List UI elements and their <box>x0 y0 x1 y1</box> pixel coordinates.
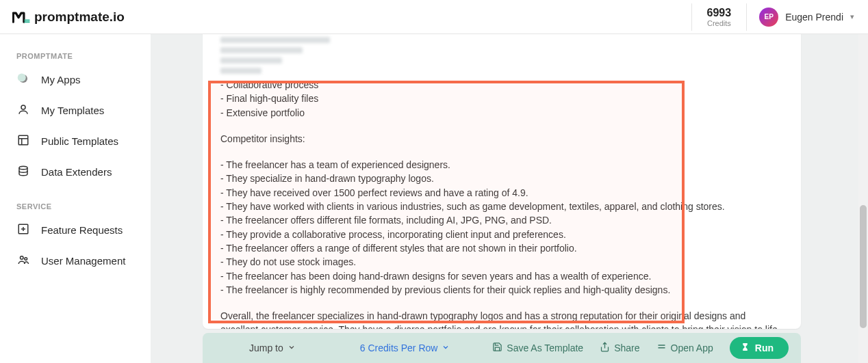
save-icon <box>492 342 502 354</box>
sidebar-item-my-templates[interactable]: My Templates <box>0 95 151 126</box>
credits-per-row-label: 6 Credits Per Row <box>360 342 438 353</box>
open-app-icon <box>656 342 667 354</box>
credits-value: 6993 <box>707 7 732 19</box>
users-icon <box>16 254 30 268</box>
share-label: Share <box>614 342 639 353</box>
sidebar-item-my-apps[interactable]: My Apps <box>0 64 151 95</box>
chevron-down-icon: ▾ <box>850 12 854 21</box>
person-icon <box>16 103 30 118</box>
text-line: - Final high-quality files <box>220 92 783 105</box>
insight-line: - The freelancer is highly recommended b… <box>220 283 783 297</box>
logo-mark-icon <box>12 10 30 24</box>
text-line: - Extensive portfolio <box>220 106 783 120</box>
svg-point-4 <box>19 166 27 170</box>
insight-line: - They have worked with clients in vario… <box>220 200 783 213</box>
insight-line: - They do not use stock images. <box>220 255 783 269</box>
save-as-template-button[interactable]: Save As Template <box>492 342 583 354</box>
database-icon <box>16 165 30 179</box>
run-label: Run <box>755 342 774 353</box>
bottom-action-bar: Jump to 6 Credits Per Row Save As Templa… <box>203 333 801 363</box>
credits-counter: 6993 Credits <box>691 3 748 31</box>
open-app-button[interactable]: Open App <box>656 342 713 354</box>
sidebar-section-promptmate: PROMPTMATE <box>0 46 151 64</box>
plus-box-icon <box>16 223 30 237</box>
insight-line: - They have received over 1500 perfect r… <box>220 186 783 200</box>
svg-point-1 <box>18 74 26 82</box>
main-area: - Collaborative process - Final high-qua… <box>151 34 868 363</box>
sidebar-item-label: User Management <box>41 255 125 267</box>
sidebar-section-service: SERVICE <box>0 197 151 215</box>
open-app-label: Open App <box>671 342 713 353</box>
share-icon <box>600 342 610 354</box>
credits-per-row-dropdown[interactable]: 6 Credits Per Row <box>360 342 450 353</box>
hourglass-icon <box>741 342 750 353</box>
insight-line: - The freelancer offers different file f… <box>220 213 783 227</box>
svg-point-6 <box>21 256 24 260</box>
sidebar-item-feature-requests[interactable]: Feature Requests <box>0 215 151 245</box>
brand-text: promptmate.io <box>34 10 125 25</box>
sidebar-item-public-templates[interactable]: Public Templates <box>0 126 151 157</box>
save-label: Save As Template <box>507 342 583 353</box>
layout-icon <box>16 134 30 148</box>
redacted-text <box>220 37 783 74</box>
output-card: - Collaborative process - Final high-qua… <box>203 34 801 329</box>
chevron-down-icon <box>288 342 296 353</box>
insight-line: - They provide a collaborative process, … <box>220 228 783 241</box>
sidebar-item-user-management[interactable]: User Management <box>0 245 151 276</box>
top-bar: promptmate.io 6993 Credits EP Eugen Pren… <box>0 0 868 34</box>
insights-heading: Competitor insights: <box>220 132 783 146</box>
svg-point-2 <box>21 105 25 109</box>
credits-label: Credits <box>707 19 732 27</box>
jump-to-label: Jump to <box>249 342 283 353</box>
sidebar-item-label: My Apps <box>41 74 81 85</box>
insight-line: - The freelancer has been doing hand-dra… <box>220 269 783 283</box>
summary-text: Overall, the freelancer specializes in h… <box>220 309 783 329</box>
sidebar-item-label: Feature Requests <box>41 224 123 236</box>
svg-point-7 <box>25 258 27 260</box>
sidebar: PROMPTMATE My Apps My Templates Public T… <box>0 34 151 363</box>
brand-logo[interactable]: promptmate.io <box>12 10 125 25</box>
avatar: EP <box>759 8 778 27</box>
user-menu[interactable]: EP Eugen Prendi ▾ <box>747 8 854 27</box>
scrollbar-thumb[interactable] <box>860 205 867 328</box>
sidebar-item-data-extenders[interactable]: Data Extenders <box>0 157 151 187</box>
page-scrollbar[interactable]: ▴ <box>858 0 868 363</box>
jump-to-dropdown[interactable]: Jump to <box>249 342 296 353</box>
chevron-down-icon <box>442 342 450 353</box>
user-name: Eugen Prendi <box>785 12 843 23</box>
sidebar-item-label: My Templates <box>41 105 104 116</box>
apps-icon <box>16 72 30 87</box>
sidebar-item-label: Data Extenders <box>41 166 112 178</box>
svg-rect-3 <box>18 135 28 145</box>
sidebar-item-label: Public Templates <box>41 135 118 147</box>
insight-line: - The freelancer has a team of experienc… <box>220 158 783 172</box>
text-line: - Collaborative process <box>220 78 783 92</box>
insight-line: - The freelancer offers a range of diffe… <box>220 241 783 255</box>
insight-line: - They specialize in hand-drawn typograp… <box>220 172 783 185</box>
run-button[interactable]: Run <box>730 337 789 359</box>
share-button[interactable]: Share <box>600 342 639 354</box>
card-content: - Collaborative process - Final high-qua… <box>220 37 783 329</box>
